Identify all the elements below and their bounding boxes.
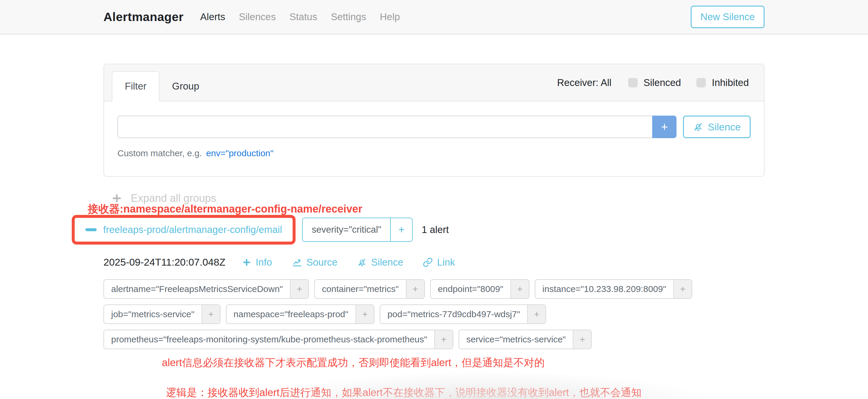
filter-card: Filter Group Receiver: All Silenced Inhi…: [103, 64, 765, 177]
label-tag-add-button[interactable]: +: [290, 280, 308, 298]
tab-filter[interactable]: Filter: [112, 71, 159, 101]
label-tag-add-button[interactable]: +: [673, 280, 692, 298]
matcher-hint: Custom matcher, e.g. env="production": [117, 148, 751, 158]
label-tag-text: job="metrics-service": [104, 305, 202, 324]
label-tag-add-button[interactable]: +: [202, 305, 220, 324]
plus-icon: [242, 257, 251, 267]
minus-icon: [85, 228, 97, 231]
filter-header-controls: Receiver: All Silenced Inhibited: [557, 77, 751, 88]
label-tag-add-button[interactable]: +: [527, 305, 546, 324]
alert-generator-link[interactable]: Link: [423, 257, 455, 268]
add-matcher-button[interactable]: +: [652, 116, 677, 138]
label-tag-text: pod="metrics-77d9cdb497-wdsj7": [380, 305, 527, 324]
alert-timestamp: 2025-09-24T11:20:07.048Z: [103, 256, 225, 268]
group-header-row: freeleaps-prod/alertmanager-config/email…: [72, 215, 765, 245]
label-tag-text: namespace="freeleaps-prod": [226, 305, 355, 324]
tab-group[interactable]: Group: [159, 71, 212, 101]
new-silence-button[interactable]: New Silence: [691, 6, 765, 28]
receiver-select[interactable]: Receiver: All: [557, 77, 611, 88]
group-alert-count: 1 alert: [422, 224, 449, 235]
label-tag-prometheus: prometheus="freeleaps-monitoring-system/…: [103, 330, 453, 349]
alert-source-label: Source: [307, 257, 338, 268]
inhibited-checkbox-label: Inhibited: [712, 77, 749, 88]
label-tag-add-button[interactable]: +: [573, 330, 591, 348]
label-tag-endpoint: endpoint="8009" +: [430, 279, 529, 299]
collapse-group-button[interactable]: freeleaps-prod/alertmanager-config/email: [78, 224, 289, 235]
nav-item-help[interactable]: Help: [380, 11, 400, 23]
alert-silence-label: Silence: [371, 257, 403, 268]
group-filter-chip: severity="critical" +: [302, 218, 413, 242]
label-tag-add-button[interactable]: +: [510, 280, 529, 298]
label-tag-add-button[interactable]: +: [406, 280, 424, 298]
chart-line-icon: [292, 257, 302, 268]
label-tag-instance: instance="10.233.98.209:8009" +: [535, 279, 692, 299]
expand-all-row: Expand all groups 接收器:namespace/alterman…: [103, 192, 765, 206]
silenced-checkbox-label: Silenced: [644, 77, 681, 88]
annotation-logic-note: 逻辑是：接收器收到alert后进行通知，如果alert不在接收器下，说明接收器没…: [166, 385, 765, 399]
label-tag-add-button[interactable]: +: [434, 330, 453, 348]
label-tag-add-button[interactable]: +: [355, 305, 374, 324]
group-filter-label: severity="critical": [303, 218, 390, 241]
bell-slash-icon: [693, 122, 704, 132]
silence-filter-label: Silence: [708, 121, 741, 133]
label-tag-text: instance="10.233.98.209:8009": [535, 280, 673, 298]
label-tag-service: service="metrics-service" +: [459, 330, 592, 349]
alert-link-label: Link: [437, 257, 455, 268]
app-brand[interactable]: Alertmanager: [103, 10, 184, 24]
label-tag-alertname: alertname="FreeleapsMetricsServiceDown" …: [103, 279, 309, 299]
alert-info-label: Info: [255, 257, 272, 268]
link-icon: [423, 257, 433, 267]
matcher-hint-text: Custom matcher, e.g.: [117, 148, 202, 158]
group-receiver-label: freeleaps-prod/alertmanager-config/email: [103, 224, 282, 235]
inhibited-checkbox[interactable]: [696, 78, 706, 87]
annotation-receiver-note: 接收器:namespace/altermanager-config-name/r…: [88, 202, 362, 216]
alert-source-link[interactable]: Source: [292, 257, 338, 268]
main-content: Filter Group Receiver: All Silenced Inhi…: [0, 34, 868, 399]
alert-label-tags: alertname="FreeleapsMetricsServiceDown" …: [103, 279, 765, 349]
filter-card-header: Filter Group Receiver: All Silenced Inhi…: [104, 64, 764, 101]
annotation-alert-note: alert信息必须在接收器下才表示配置成功，否则即使能看到alert，但是通知是…: [162, 356, 765, 370]
label-tag-text: alertname="FreeleapsMetricsServiceDown": [104, 280, 290, 298]
label-tag-text: container="metrics": [315, 280, 406, 298]
annotation-logic-line1: 逻辑是：接收器收到alert后进行通知，如果alert不在接收器下，说明接收器没…: [166, 385, 765, 399]
alert-silence-button[interactable]: Silence: [357, 257, 403, 268]
group-filter-add-button[interactable]: +: [390, 218, 412, 241]
matcher-row: + Silence: [117, 116, 751, 138]
filter-card-body: + Silence Custom matcher, e.g. env="prod…: [104, 101, 764, 176]
silenced-checkbox-wrap[interactable]: Silenced: [628, 77, 681, 88]
label-tag-text: endpoint="8009": [431, 280, 510, 298]
inhibited-checkbox-wrap[interactable]: Inhibited: [696, 77, 749, 88]
silenced-checkbox[interactable]: [628, 78, 638, 87]
annotation-highlight-box: freeleaps-prod/alertmanager-config/email: [72, 215, 296, 245]
label-tag-namespace: namespace="freeleaps-prod" +: [226, 304, 374, 324]
filter-tabs: Filter Group: [112, 71, 212, 101]
nav-item-status[interactable]: Status: [289, 11, 317, 23]
label-tag-pod: pod="metrics-77d9cdb497-wdsj7" +: [380, 304, 546, 324]
nav-item-silences[interactable]: Silences: [239, 11, 276, 23]
matcher-hint-example-link[interactable]: env="production": [206, 148, 273, 158]
alert-groups: Expand all groups 接收器:namespace/alterman…: [103, 192, 765, 399]
label-tag-container: container="metrics" +: [314, 279, 425, 299]
alert-info-button[interactable]: Info: [242, 257, 272, 268]
alert-header-row: 2025-09-24T11:20:07.048Z Info: [103, 256, 765, 268]
nav-item-alerts[interactable]: Alerts: [200, 11, 225, 23]
matcher-input[interactable]: [117, 116, 652, 138]
nav-item-settings[interactable]: Settings: [331, 11, 366, 23]
label-tag-job: job="metrics-service" +: [103, 304, 221, 324]
label-tag-text: service="metrics-service": [459, 330, 573, 348]
navbar: Alertmanager Alerts Silences Status Sett…: [0, 0, 868, 34]
silence-filter-button[interactable]: Silence: [683, 116, 751, 138]
bell-slash-icon: [357, 257, 367, 267]
label-tag-text: prometheus="freeleaps-monitoring-system/…: [104, 330, 434, 348]
